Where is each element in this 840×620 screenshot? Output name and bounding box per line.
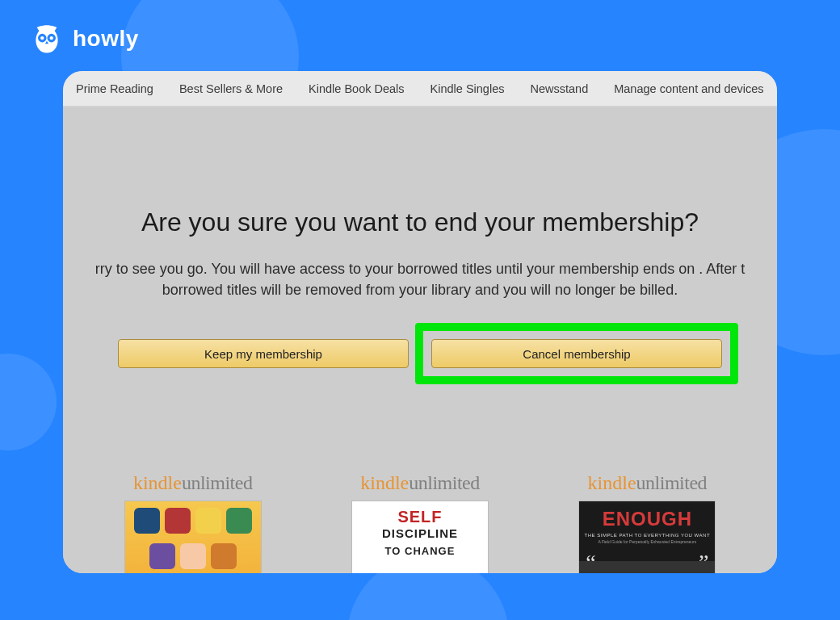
cancel-membership-button[interactable]: Cancel membership [431,339,722,368]
brand-logo: howly [29,21,139,57]
dialog-overlay: Are you sure you want to end your member… [63,107,777,573]
quote-icon: “ [586,550,595,573]
nav-item[interactable]: Kindle Singles [418,82,518,95]
nav-item[interactable]: Manage content and devices [601,82,776,95]
dialog-buttons: Keep my membership Cancel membership [63,339,777,368]
ku-card[interactable]: kindleunlimited [100,472,286,573]
decor-circle [0,354,57,450]
svg-point-2 [40,36,44,40]
book-cover [124,501,262,573]
ku-logo: kindleunlimited [327,472,513,494]
book-cover: ENOUGH THE SIMPLE PATH TO EVERYTHING YOU… [578,501,716,573]
screenshot-frame: Prime Reading Best Sellers & More Kindle… [63,71,777,573]
keep-membership-button[interactable]: Keep my membership [118,339,409,368]
ku-logo: kindleunlimited [100,472,286,494]
dialog-title: Are you sure you want to end your member… [63,207,777,237]
dialog-body: rry to see you go. You will have access … [63,258,777,300]
kindle-unlimited-row: kindleunlimited kindleunlimited SELF DIS… [63,472,777,573]
quote-icon: ” [699,550,708,573]
owl-icon [29,21,65,57]
nav-item[interactable]: Prime Reading [63,82,166,95]
nav-item[interactable]: Kindle Book Deals [296,82,418,95]
top-nav: Prime Reading Best Sellers & More Kindle… [63,71,777,107]
nav-item[interactable]: Best Sellers & More [166,82,296,95]
book-cover: SELF DISCIPLINE TO CHANGE [351,501,489,573]
ku-logo: kindleunlimited [554,472,740,494]
brand-name: howly [73,26,139,52]
nav-item[interactable]: Newsstand [517,82,601,95]
ku-card[interactable]: kindleunlimited ENOUGH THE SIMPLE PATH T… [554,472,740,573]
annotation-highlight: Cancel membership [415,323,738,384]
svg-point-3 [50,36,53,40]
ku-card[interactable]: kindleunlimited SELF DISCIPLINE TO CHANG… [327,472,513,573]
